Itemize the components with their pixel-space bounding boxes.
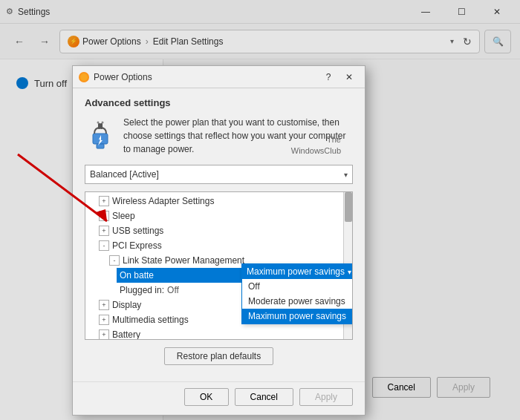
tree-usb[interactable]: + USB settings	[96, 223, 352, 238]
option-maximum-label: Maximum power savings	[248, 311, 346, 321]
scrollbar-thumb	[345, 192, 352, 222]
battery-label: Battery	[112, 329, 140, 339]
option-off-label: Off	[248, 281, 260, 292]
dialog-ok-button[interactable]: OK	[184, 388, 229, 406]
on-battery-label: On batte	[120, 270, 154, 280]
option-moderate-label: Moderate power savings	[248, 296, 345, 306]
dialog-help-button[interactable]: ?	[319, 69, 338, 85]
dialog-close-button[interactable]: ✕	[339, 69, 359, 85]
dialog-power-icon	[79, 72, 89, 82]
power-options-dialog: Power Options ? ✕ Advanced settings	[72, 65, 365, 416]
tree-wireless[interactable]: + Wireless Adapter Settings	[96, 194, 352, 209]
advanced-settings-label: Advanced settings	[85, 97, 353, 108]
inline-option-moderate[interactable]: Moderate power savings	[242, 294, 353, 309]
dialog-title: Power Options	[94, 72, 319, 82]
tree-container[interactable]: + Wireless Adapter Settings + Sleep + US…	[85, 191, 353, 340]
wireless-label: Wireless Adapter Settings	[112, 196, 214, 206]
tree-battery[interactable]: + Battery	[96, 327, 352, 339]
dialog-cancel-button[interactable]: Cancel	[235, 388, 293, 406]
plan-dropdown-value: Balanced [Active]	[90, 169, 159, 180]
dialog-controls: ? ✕	[319, 69, 359, 85]
inline-dropdown[interactable]: Maximum power savings ▾ Off Moderate pow…	[241, 263, 353, 324]
inline-option-off[interactable]: Off	[242, 279, 353, 294]
description-area: Select the power plan that you want to c…	[85, 116, 353, 156]
watermark-windows-club: WindowsClub	[291, 146, 341, 155]
svg-point-5	[102, 122, 104, 124]
inline-dropdown-header[interactable]: Maximum power savings ▾	[242, 264, 353, 279]
svg-rect-1	[97, 144, 104, 148]
svg-point-4	[97, 122, 100, 124]
dialog-apply-button[interactable]: Apply	[299, 388, 353, 406]
watermark-the: The	[327, 135, 341, 144]
plugged-in-label: Plugged in:	[120, 285, 164, 295]
multimedia-expander[interactable]: +	[99, 315, 109, 325]
usb-expander[interactable]: +	[99, 226, 109, 236]
display-label: Display	[112, 300, 141, 310]
battery-expander[interactable]: +	[99, 329, 109, 339]
restore-plan-defaults-button[interactable]: Restore plan defaults	[164, 347, 273, 365]
inline-dropdown-arrow: ▾	[348, 268, 351, 276]
inline-dropdown-selected: Maximum power savings	[247, 266, 345, 277]
plan-dropdown-arrow: ▾	[344, 171, 348, 179]
pci-expander[interactable]: -	[99, 240, 109, 251]
dialog-footer: OK Cancel Apply	[73, 381, 365, 415]
display-expander[interactable]: +	[99, 300, 109, 310]
watermark: The WindowsClub	[291, 134, 341, 156]
dialog-body: Advanced settings	[73, 88, 365, 381]
inline-option-maximum[interactable]: Maximum power savings	[242, 309, 353, 324]
usb-label: USB settings	[112, 226, 163, 236]
sleep-expander[interactable]: +	[99, 211, 109, 221]
tree-sleep[interactable]: + Sleep	[96, 209, 352, 223]
tree-pci[interactable]: - PCI Express	[96, 238, 352, 253]
power-icon-svg	[87, 117, 114, 150]
dialog-titlebar: Power Options ? ✕	[73, 66, 365, 88]
wireless-expander[interactable]: +	[99, 196, 109, 206]
sleep-label: Sleep	[112, 211, 135, 221]
pci-label: PCI Express	[112, 240, 162, 251]
plan-dropdown[interactable]: Balanced [Active] ▾	[85, 165, 353, 184]
plugged-in-value: Off	[167, 285, 179, 295]
tree-section: + Wireless Adapter Settings + Sleep + US…	[85, 191, 353, 340]
power-plan-icon	[85, 116, 116, 151]
link-state-label: Link State Power Management	[123, 255, 244, 266]
multimedia-label: Multimedia settings	[112, 315, 189, 325]
link-state-expander[interactable]: -	[109, 255, 120, 266]
